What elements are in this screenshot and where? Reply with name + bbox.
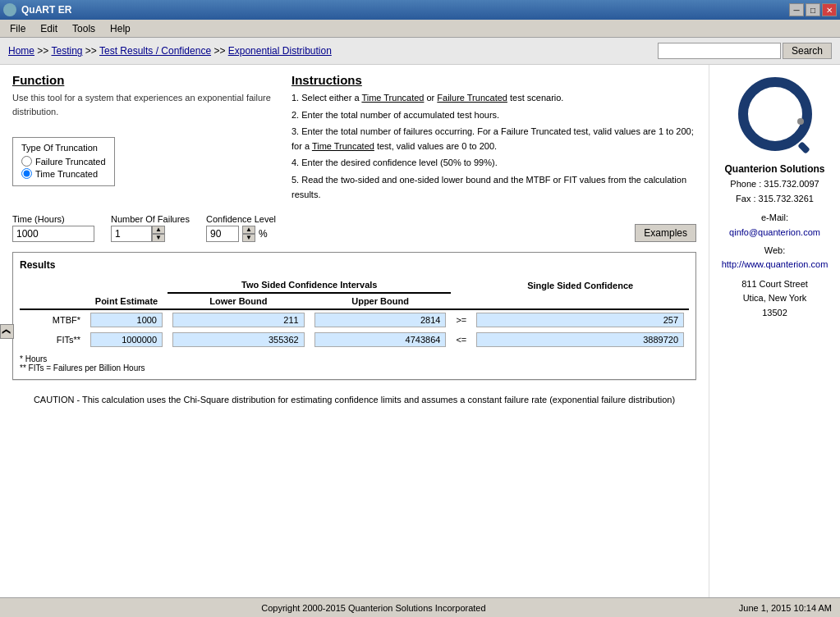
mtbf-point-estimate: 1000	[90, 313, 163, 327]
company-name: Quanterion Solutions	[722, 162, 829, 177]
company-web-label: Web:	[722, 244, 829, 258]
function-text: Use this tool for a system that experien…	[12, 91, 275, 118]
function-column: Function Use this tool for a system that…	[12, 73, 275, 204]
failures-spinner-group: ▲ ▼	[111, 226, 190, 242]
company-address1: 811 Court Street	[722, 277, 829, 292]
company-email: qinfo@quanterion.com	[722, 226, 829, 240]
results-table: Two Sided Confidence Intervals Single Si…	[20, 277, 689, 350]
breadcrumb-current[interactable]: Exponential Distribution	[228, 45, 332, 57]
confidence-spinner: ▲ ▼	[242, 226, 255, 242]
search-button[interactable]: Search	[783, 43, 832, 59]
menu-tools[interactable]: Tools	[66, 21, 102, 36]
failures-input[interactable]	[111, 226, 152, 242]
status-bar: Copyright 2000-2015 Quanterion Solutions…	[0, 597, 840, 617]
instruction-step-4: 4. Enter the desired confidence level (5…	[291, 156, 696, 171]
confidence-label: Confidence Level	[206, 214, 276, 224]
input-row: Time (Hours) Number Of Failures ▲ ▼	[12, 214, 696, 242]
menu-edit[interactable]: Edit	[34, 21, 64, 36]
col-row-label	[20, 293, 85, 309]
time-input[interactable]	[12, 226, 94, 242]
failures-spin-up[interactable]: ▲	[152, 226, 165, 234]
fits-point-estimate: 1000000	[90, 332, 163, 347]
time-group: Time (Hours)	[12, 214, 94, 242]
instruction-step-1: 1. Select either a Time Truncated or Fai…	[291, 91, 696, 106]
mtbf-upper-bound: 2814	[314, 313, 447, 327]
caution-text: CAUTION - This calculation uses the Chi-…	[25, 393, 684, 408]
company-web: http://www.quanterion.com	[722, 258, 829, 272]
app-title: QuART ER	[21, 4, 71, 16]
fits-operator: <=	[451, 330, 471, 350]
radio-failure-truncated-input[interactable]	[21, 156, 32, 167]
examples-button[interactable]: Examples	[635, 224, 696, 242]
content-wrapper: ❮ Function Use this tool for a system th…	[0, 65, 840, 597]
breadcrumb-test-results[interactable]: Test Results / Confidence	[99, 45, 211, 57]
confidence-spin-down[interactable]: ▼	[242, 234, 255, 242]
company-info: Quanterion Solutions Phone : 315.732.009…	[722, 162, 829, 321]
content-area: Function Use this tool for a system that…	[0, 65, 840, 597]
col-operator-empty	[451, 293, 471, 309]
truncation-label: Type Of Truncation	[21, 143, 106, 153]
col-upper-bound: Upper Bound	[310, 293, 452, 309]
company-email-link[interactable]: qinfo@quanterion.com	[729, 227, 820, 237]
failures-label: Number Of Failures	[111, 214, 190, 224]
company-fax: Fax : 315.732.3261	[722, 192, 829, 207]
confidence-group: Confidence Level ▲ ▼ %	[206, 214, 276, 242]
failures-spinner: ▲ ▼	[152, 226, 165, 242]
status-datetime: June 1, 2015 10:14 AM	[739, 603, 832, 613]
results-box: Results Two Sided Confidence Intervals S…	[12, 252, 696, 380]
confidence-unit: %	[259, 228, 268, 240]
side-tab[interactable]: ❮	[0, 324, 14, 339]
menu-file[interactable]: File	[3, 21, 32, 36]
footnote-2: ** FITs = Failures per Billion Hours	[20, 363, 689, 372]
confidence-input[interactable]	[206, 226, 239, 242]
confidence-spin-up[interactable]: ▲	[242, 226, 255, 234]
results-title: Results	[20, 259, 689, 271]
col-empty-1	[20, 277, 85, 293]
mtbf-lower-bound: 211	[172, 313, 305, 327]
company-address3: 13502	[722, 306, 829, 321]
radio-time-truncated[interactable]: Time Truncated	[21, 168, 106, 179]
table-row-fits: FITs** 1000000 355362 4743864 <= 3889720	[20, 330, 689, 350]
instructions-column: Instructions 1. Select either a Time Tru…	[291, 73, 696, 204]
breadcrumb-testing[interactable]: Testing	[51, 45, 82, 57]
radio-failure-truncated-label: Failure Truncated	[35, 157, 106, 167]
col-empty-3	[451, 277, 471, 293]
close-button[interactable]: ✕	[822, 3, 837, 16]
company-phone: Phone : 315.732.0097	[722, 177, 829, 192]
app-icon	[3, 3, 16, 16]
truncation-group: Type Of Truncation Failure Truncated Tim…	[12, 137, 115, 186]
radio-time-truncated-input[interactable]	[21, 168, 32, 179]
menu-help[interactable]: Help	[103, 21, 137, 36]
company-email-label: e-Mail:	[722, 211, 829, 226]
breadcrumb-sep1: >>	[34, 45, 51, 57]
col-point-estimate: Point Estimate	[85, 293, 168, 309]
instruction-step-3: 3. Enter the total number of failures oc…	[291, 125, 696, 153]
maximize-button[interactable]: □	[806, 3, 820, 16]
mtbf-label: MTBF*	[20, 309, 85, 330]
search-area: Search	[658, 43, 832, 59]
caution-box: CAUTION - This calculation uses the Chi-…	[12, 380, 696, 420]
search-input[interactable]	[658, 43, 781, 59]
time-label: Time (Hours)	[12, 214, 94, 224]
minimize-button[interactable]: ─	[789, 3, 804, 16]
radio-failure-truncated[interactable]: Failure Truncated	[21, 156, 106, 167]
failures-group: Number Of Failures ▲ ▼	[111, 214, 190, 242]
instruction-step-2: 2. Enter the total number of accumulated…	[291, 108, 696, 123]
single-sided-header: Single Sided Confidence	[471, 277, 689, 293]
footnote-1: * Hours	[20, 354, 689, 363]
failures-spin-down[interactable]: ▼	[152, 234, 165, 242]
col-lower-bound: Lower Bound	[168, 293, 310, 309]
q-logo	[734, 73, 816, 155]
two-sided-header: Two Sided Confidence Intervals	[168, 277, 451, 293]
window-controls: ─ □ ✕	[789, 3, 837, 16]
fits-label: FITs**	[20, 330, 85, 350]
instructions-text: 1. Select either a Time Truncated or Fai…	[291, 91, 696, 202]
right-sidebar: Quanterion Solutions Phone : 315.732.009…	[709, 65, 840, 597]
mtbf-operator: >=	[451, 309, 471, 330]
breadcrumb: Home >> Testing >> Test Results / Confid…	[8, 45, 332, 57]
breadcrumb-sep2: >>	[83, 45, 99, 57]
q-dot-icon	[797, 118, 804, 125]
col-single-sided-empty	[471, 293, 689, 309]
breadcrumb-home[interactable]: Home	[8, 45, 34, 57]
company-web-link[interactable]: http://www.quanterion.com	[722, 259, 829, 269]
